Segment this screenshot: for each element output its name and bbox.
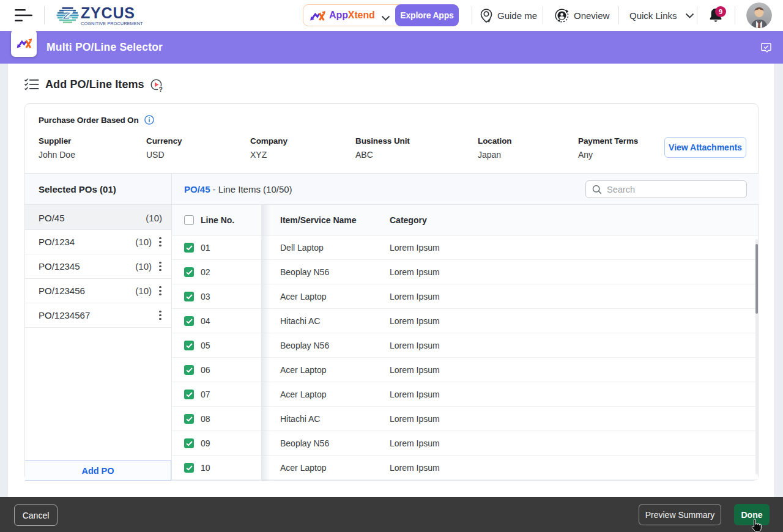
table-row: 07Acer LaptopLorem Ipsum (172, 382, 758, 407)
row-checkbox[interactable] (184, 414, 194, 424)
table-row: 01Dell LaptopLorem Ipsum (172, 235, 758, 260)
cancel-button[interactable]: Cancel (14, 504, 58, 526)
done-button[interactable]: Done (734, 504, 770, 525)
zycus-wordmark: ZYCUS COGNITIVE PROCUREMENT (81, 7, 143, 26)
row-checkbox[interactable] (184, 438, 194, 448)
po-count: (10) (135, 261, 152, 272)
column-line-no[interactable]: Line No. (201, 205, 234, 235)
footer-action-bar: Cancel Preview Summary Done (0, 497, 783, 532)
notifications-button[interactable]: 9 (708, 7, 734, 27)
po-list-item[interactable]: PO/1234(10) (25, 230, 171, 254)
cell-item-name: Beoplay N56 (280, 260, 329, 284)
appxtend-label[interactable]: AppXtend (310, 5, 375, 26)
preview-summary-button[interactable]: Preview Summary (639, 504, 721, 525)
main-content: Add PO/Line Items ? Purchase Order Based… (0, 64, 783, 497)
field-label: Business Unit (355, 136, 410, 146)
field-value: Japan (478, 150, 511, 160)
table-row: 05Beoplay N56Lorem Ipsum (172, 333, 758, 358)
po-summary-section: Purchase Order Based On SupplierJohn Doe… (25, 104, 758, 174)
table-row: 06Acer LaptopLorem Ipsum (172, 358, 758, 382)
po-list-item[interactable]: PO/123456(10) (25, 279, 171, 303)
cell-category: Lorem Ipsum (390, 431, 440, 456)
menu-icon[interactable] (15, 9, 33, 22)
cell-category: Lorem Ipsum (390, 456, 440, 480)
cell-item-name: Beoplay N56 (280, 333, 329, 358)
row-checkbox[interactable] (184, 243, 194, 253)
row-checkbox[interactable] (184, 390, 194, 399)
column-item-name[interactable]: Item/Service Name (280, 205, 357, 235)
po-list-item[interactable]: PO/45(10) (25, 205, 171, 230)
row-checkbox-cell (184, 456, 194, 480)
field-label: Location (478, 136, 511, 146)
top-navigation-bar: ZYCUS COGNITIVE PROCUREMENT AppXtend Exp… (0, 0, 783, 31)
row-checkbox[interactable] (184, 292, 194, 301)
cell-line-no: 01 (201, 235, 210, 260)
chevron-down-icon[interactable] (381, 13, 390, 24)
cell-item-name: Dell Laptop (280, 235, 324, 260)
kebab-menu-icon[interactable] (155, 311, 165, 320)
po-name: PO/1234567 (39, 310, 90, 320)
line-items-header: PO/45 - Line Items (10/50) (172, 174, 759, 205)
row-checkbox-cell (184, 309, 194, 333)
search-box[interactable] (585, 180, 747, 198)
oneview-button[interactable]: Oneview (555, 0, 609, 31)
kebab-menu-icon[interactable] (155, 237, 165, 247)
user-avatar[interactable] (746, 2, 772, 28)
cell-line-no: 07 (201, 382, 210, 407)
svg-text:?: ? (158, 86, 162, 92)
summary-field-payment-terms: Payment TermsAny (578, 136, 638, 160)
cell-item-name: Hitachi AC (280, 407, 320, 431)
po-count: (10) (146, 213, 162, 223)
info-icon[interactable] (144, 115, 154, 125)
field-value: USD (146, 150, 182, 160)
kebab-menu-icon[interactable] (155, 286, 165, 296)
po-list-item[interactable]: PO/12345(10) (25, 254, 171, 279)
kebab-menu-icon[interactable] (155, 262, 165, 272)
row-checkbox-cell (184, 382, 194, 407)
appxtend-logo-icon (17, 38, 32, 48)
divider (543, 6, 543, 24)
summary-title: Purchase Order Based On (39, 116, 138, 125)
row-checkbox[interactable] (184, 316, 194, 326)
search-icon (592, 185, 602, 194)
page-title: Add PO/Line Items (45, 78, 144, 91)
explore-apps-button[interactable]: Explore Apps (395, 4, 459, 26)
quick-links-label: Quick Links (629, 10, 677, 21)
cell-category: Lorem Ipsum (390, 358, 440, 382)
divider (472, 6, 472, 24)
appxtend-menu[interactable]: AppXtend Explore Apps (303, 4, 459, 26)
table-scrollbar-thumb[interactable] (755, 244, 758, 314)
line-items-title: PO/45 - Line Items (10/50) (184, 174, 292, 204)
field-label: Company (250, 136, 288, 146)
column-category[interactable]: Category (390, 205, 427, 235)
search-input[interactable] (607, 185, 729, 194)
quick-links-menu[interactable]: Quick Links (629, 0, 694, 31)
row-checkbox-cell (184, 358, 194, 382)
zycus-mark-icon (56, 7, 79, 23)
guide-me-button[interactable]: Guide me (480, 0, 537, 31)
add-po-button[interactable]: Add PO (25, 460, 171, 481)
divider (44, 6, 45, 24)
cell-category: Lorem Ipsum (390, 235, 440, 260)
row-checkbox[interactable] (184, 341, 194, 350)
po-link[interactable]: PO/45 (184, 184, 210, 194)
guide-me-label: Guide me (497, 10, 537, 21)
po-count: (10) (135, 237, 152, 247)
cell-category: Lorem Ipsum (390, 309, 440, 333)
page-app-title: Multi PO/Line Selector (46, 31, 163, 64)
cell-line-no: 08 (201, 407, 210, 431)
row-checkbox-cell (184, 260, 194, 284)
app-logo-box[interactable] (11, 29, 37, 57)
video-help-icon[interactable]: ? (150, 78, 163, 92)
row-checkbox[interactable] (184, 463, 194, 473)
field-label: Supplier (39, 136, 75, 146)
view-attachments-button[interactable]: View Attachments (664, 137, 746, 158)
row-checkbox[interactable] (184, 267, 194, 277)
select-all-checkbox[interactable] (184, 215, 194, 225)
po-list-item[interactable]: PO/1234567 (25, 303, 171, 328)
chevron-down-icon (685, 13, 694, 19)
row-checkbox[interactable] (184, 365, 194, 375)
feedback-icon[interactable] (761, 43, 771, 53)
table-header: Line No. Item/Service Name Category (172, 205, 758, 235)
cell-line-no: 10 (201, 456, 210, 480)
